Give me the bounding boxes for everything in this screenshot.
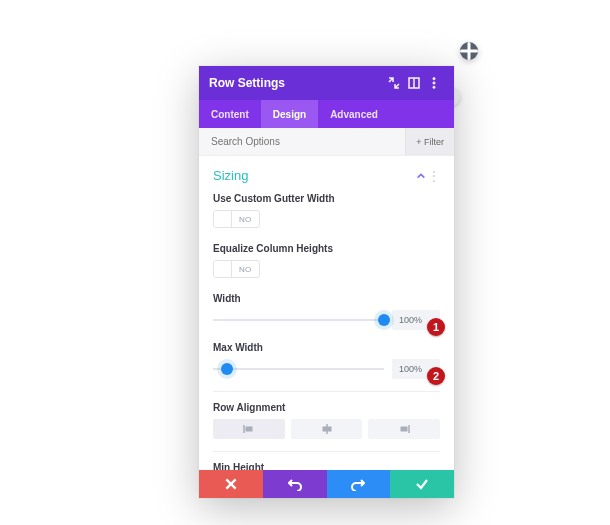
layout-icon [408, 77, 420, 89]
modal-titlebar: Row Settings [199, 66, 454, 100]
tab-content[interactable]: Content [199, 100, 261, 128]
field-equalize: Equalize Column Heights NO [213, 243, 440, 281]
slider-maxwidth[interactable] [213, 360, 384, 378]
field-maxwidth: Max Width 100% 2 [213, 342, 440, 379]
kebab-icon [428, 77, 440, 89]
field-gutter: Use Custom Gutter Width NO [213, 193, 440, 231]
toggle-gutter[interactable]: NO [213, 210, 260, 228]
svg-rect-6 [246, 427, 252, 431]
divider [213, 391, 440, 392]
snap-button[interactable] [404, 73, 424, 93]
section-collapse-button[interactable] [414, 169, 428, 183]
toggle-gutter-value: NO [232, 215, 259, 224]
field-minheight: Min Height auto [213, 462, 440, 470]
add-module-button[interactable] [460, 42, 478, 60]
field-rowalign: Row Alignment [213, 402, 440, 439]
slider-knob[interactable] [221, 363, 233, 375]
toggle-equalize[interactable]: NO [213, 260, 260, 278]
search-bar: + Filter [199, 128, 454, 156]
chevron-up-icon [416, 171, 426, 181]
label-rowalign: Row Alignment [213, 402, 440, 413]
slider-track [213, 368, 384, 370]
align-center-icon [321, 424, 333, 434]
svg-point-3 [433, 82, 435, 84]
label-minheight: Min Height [213, 462, 440, 470]
annotation-badge-2: 2 [427, 367, 445, 385]
slider-track [213, 319, 384, 321]
align-left-button[interactable] [213, 419, 285, 439]
toggle-gutter-box [214, 211, 232, 227]
svg-rect-10 [401, 427, 407, 431]
tab-design[interactable]: Design [261, 100, 318, 128]
plus-icon [460, 42, 478, 60]
undo-button[interactable] [263, 470, 327, 498]
section-header-sizing[interactable]: Sizing ⋮ [213, 168, 440, 183]
slider-width[interactable] [213, 311, 384, 329]
check-icon [415, 477, 429, 491]
svg-rect-8 [323, 427, 331, 431]
annotation-badge-1: 1 [427, 318, 445, 336]
section-more-button[interactable]: ⋮ [428, 172, 440, 180]
modal-title: Row Settings [209, 76, 384, 90]
align-center-button[interactable] [291, 419, 363, 439]
tab-bar: Content Design Advanced [199, 100, 454, 128]
label-equalize: Equalize Column Heights [213, 243, 440, 254]
label-gutter: Use Custom Gutter Width [213, 193, 440, 204]
tab-advanced[interactable]: Advanced [318, 100, 390, 128]
svg-point-2 [433, 78, 435, 80]
divider [213, 451, 440, 452]
search-input[interactable] [211, 136, 405, 147]
modal-footer [199, 470, 454, 498]
filter-button[interactable]: + Filter [405, 128, 454, 155]
cancel-button[interactable] [199, 470, 263, 498]
filter-label: + Filter [416, 137, 444, 147]
undo-icon [288, 477, 302, 491]
slider-knob[interactable] [378, 314, 390, 326]
label-maxwidth: Max Width [213, 342, 440, 353]
toggle-equalize-value: NO [232, 265, 259, 274]
align-right-icon [398, 424, 410, 434]
svg-point-4 [433, 86, 435, 88]
expand-button[interactable] [384, 73, 404, 93]
save-button[interactable] [390, 470, 454, 498]
more-button[interactable] [424, 73, 444, 93]
align-right-button[interactable] [368, 419, 440, 439]
field-width: Width 100% 1 [213, 293, 440, 330]
redo-icon [351, 477, 365, 491]
align-left-icon [243, 424, 255, 434]
expand-icon [388, 77, 400, 89]
settings-body: Sizing ⋮ Use Custom Gutter Width NO Equa… [199, 156, 454, 470]
toggle-equalize-box [214, 261, 232, 277]
close-icon [224, 477, 238, 491]
redo-button[interactable] [327, 470, 391, 498]
label-width: Width [213, 293, 440, 304]
section-title: Sizing [213, 168, 414, 183]
row-settings-modal: Row Settings Content Design Advanced + F… [199, 66, 454, 498]
